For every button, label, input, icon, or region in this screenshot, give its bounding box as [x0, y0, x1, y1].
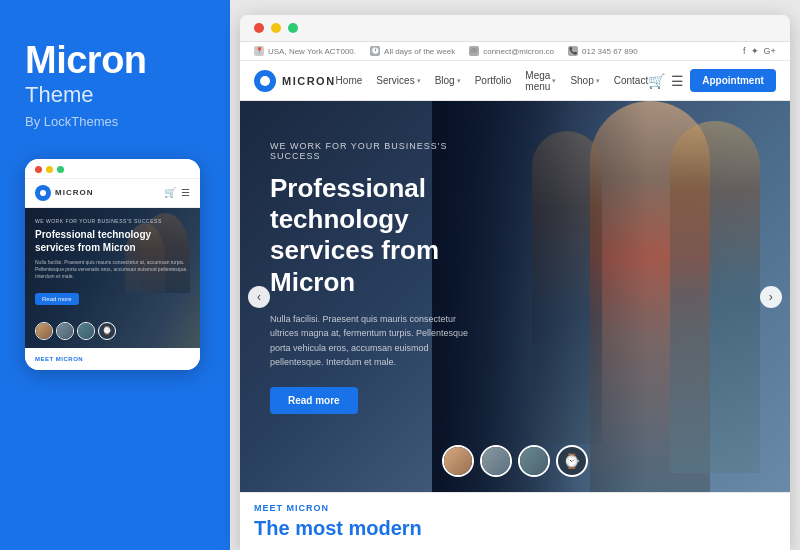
- nav-logo-circle: [254, 70, 276, 92]
- hero-avatar-2: [480, 445, 512, 477]
- appointment-button[interactable]: Appointment: [690, 69, 776, 92]
- mobile-cart-icon: 🛒: [164, 187, 176, 198]
- meet-heading-highlight: most modern: [295, 517, 422, 539]
- nav-link-shop[interactable]: Shop ▾: [570, 75, 599, 86]
- mobile-top-bar: [25, 159, 200, 179]
- mobile-mockup: MICRON 🛒 ☰ WE WORK FOR YOUR BUSINESS'S S…: [25, 159, 200, 370]
- hero-prev-button[interactable]: ‹: [248, 286, 270, 308]
- mobile-hero-body: Nulla facilisi. Praesent quis mauris con…: [35, 259, 190, 280]
- mobile-avatar-3: [77, 322, 95, 340]
- clock-icon: 🕐: [370, 46, 380, 56]
- desktop-top-bar: [240, 15, 790, 42]
- nav-link-portfolio[interactable]: Portfolio: [475, 75, 512, 86]
- mobile-dot-yellow: [46, 166, 53, 173]
- toolbar-phone: 📞 012 345 67 890: [568, 46, 638, 56]
- mobile-logo-text: MICRON: [55, 188, 93, 197]
- nav-logo-icon: [259, 75, 271, 87]
- desktop-nav-logo: MICRON: [254, 70, 336, 92]
- desktop-dot-yellow: [271, 23, 281, 33]
- services-chevron-icon: ▾: [417, 77, 421, 85]
- brand-by: By LockThemes: [25, 114, 118, 129]
- nav-link-contact[interactable]: Contact: [614, 75, 648, 86]
- nav-icons-group: 🛒 ☰ Appointment: [648, 69, 776, 92]
- nav-link-home[interactable]: Home: [336, 75, 363, 86]
- hero-heading-line2: services from Micron: [270, 235, 439, 296]
- phone-icon: 📞: [568, 46, 578, 56]
- nav-cart-icon[interactable]: 🛒: [648, 73, 665, 89]
- meet-heading-prefix: The: [254, 517, 295, 539]
- nav-logo-text: MICRON: [282, 75, 336, 87]
- brand-title: Micron: [25, 40, 147, 82]
- nav-link-blog[interactable]: Blog ▾: [435, 75, 461, 86]
- location-icon: 📍: [254, 46, 264, 56]
- mobile-hero-heading: Professional technology services from Mi…: [35, 228, 190, 254]
- mobile-avatar-2: [56, 322, 74, 340]
- desktop-hero: WE WORK FOR YOUR BUSINESS'S SUCCESS Prof…: [240, 101, 790, 492]
- desktop-toolbar: 📍 USA, New York ACT000. 🕐 All days of th…: [240, 42, 790, 61]
- blog-chevron-icon: ▾: [457, 77, 461, 85]
- hero-small-text: WE WORK FOR YOUR BUSINESS'S SUCCESS: [270, 141, 470, 161]
- desktop-mockup: 📍 USA, New York ACT000. 🕐 All days of th…: [240, 15, 790, 550]
- desktop-dot-red: [254, 23, 264, 33]
- toolbar-email: ✉ connect@micron.co: [469, 46, 554, 56]
- mobile-hero-content: WE WORK FOR YOUR BUSINESS'S SUCCESS Prof…: [35, 218, 190, 305]
- hero-avatars: ⌚: [442, 445, 588, 477]
- nav-menu-icon[interactable]: ☰: [671, 73, 684, 89]
- desktop-dot-green: [288, 23, 298, 33]
- desktop-nav: MICRON Home Services ▾ Blog ▾ Portfolio …: [240, 61, 790, 101]
- mobile-logo-circle: [35, 185, 51, 201]
- facebook-icon: f: [743, 46, 746, 56]
- mobile-dots: [35, 166, 64, 173]
- hero-avatar-1: [442, 445, 474, 477]
- megamenu-chevron-icon: ▾: [552, 77, 556, 85]
- mobile-bottom-section: MEET MICRON: [25, 348, 200, 370]
- toolbar-address: 📍 USA, New York ACT000.: [254, 46, 356, 56]
- mobile-hero-avatars: ⌚: [35, 322, 116, 340]
- right-panel: 📍 USA, New York ACT000. 🕐 All days of th…: [230, 0, 800, 550]
- mobile-dot-red: [35, 166, 42, 173]
- hero-next-button[interactable]: ›: [760, 286, 782, 308]
- hero-avatar-3: [518, 445, 550, 477]
- svg-point-0: [40, 190, 46, 196]
- googleplus-icon: G+: [764, 46, 776, 56]
- shop-chevron-icon: ▾: [596, 77, 600, 85]
- mobile-meet-label: MEET MICRON: [35, 356, 190, 362]
- hero-bg-image: [432, 101, 789, 492]
- twitter-icon: ✦: [751, 46, 759, 56]
- left-panel: Micron Theme By LockThemes MICRON: [0, 0, 230, 550]
- mobile-logo-icon: [39, 189, 47, 197]
- meet-micron-label: MEET MICRON: [254, 503, 776, 513]
- mobile-avatar-icon: ⌚: [98, 322, 116, 340]
- mobile-nav-icons: 🛒 ☰: [164, 187, 190, 198]
- brand-subtitle: Theme: [25, 82, 93, 108]
- mobile-hero-small-text: WE WORK FOR YOUR BUSINESS'S SUCCESS: [35, 218, 190, 224]
- mobile-nav-bar: MICRON 🛒 ☰: [25, 179, 200, 208]
- desktop-hero-content: WE WORK FOR YOUR BUSINESS'S SUCCESS Prof…: [270, 141, 470, 414]
- mobile-read-more-button[interactable]: Read more: [35, 293, 79, 305]
- meet-heading: The most modern: [254, 517, 776, 540]
- mobile-avatar-1: [35, 322, 53, 340]
- mobile-logo: MICRON: [35, 185, 93, 201]
- nav-link-megamenu[interactable]: Mega menu ▾: [525, 70, 556, 92]
- svg-point-1: [260, 76, 270, 86]
- hero-read-more-button[interactable]: Read more: [270, 387, 358, 414]
- toolbar-info: 📍 USA, New York ACT000. 🕐 All days of th…: [254, 46, 638, 56]
- mobile-dot-green: [57, 166, 64, 173]
- mobile-hero: WE WORK FOR YOUR BUSINESS'S SUCCESS Prof…: [25, 208, 200, 348]
- mobile-menu-icon: ☰: [181, 187, 190, 198]
- hero-watch-icon: ⌚: [556, 445, 588, 477]
- desktop-bottom-section: MEET MICRON The most modern: [240, 492, 790, 550]
- hero-heading-line1: Professional technology: [270, 173, 426, 234]
- desktop-nav-links: Home Services ▾ Blog ▾ Portfolio Mega me…: [336, 70, 649, 92]
- toolbar-social: f ✦ G+: [743, 46, 776, 56]
- hero-body: Nulla facilisi. Praesent quis mauris con…: [270, 312, 470, 370]
- toolbar-hours: 🕐 All days of the week: [370, 46, 455, 56]
- nav-link-services[interactable]: Services ▾: [376, 75, 420, 86]
- email-icon: ✉: [469, 46, 479, 56]
- hero-heading: Professional technology services from Mi…: [270, 173, 470, 298]
